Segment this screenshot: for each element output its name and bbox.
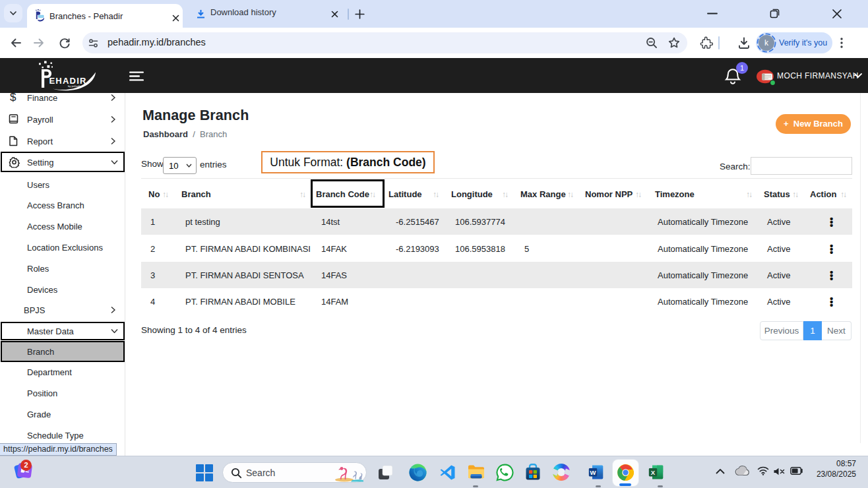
svg-text:X: X xyxy=(650,469,655,476)
svg-text:W: W xyxy=(590,469,596,476)
svg-text:by pehadir: by pehadir xyxy=(68,84,81,88)
